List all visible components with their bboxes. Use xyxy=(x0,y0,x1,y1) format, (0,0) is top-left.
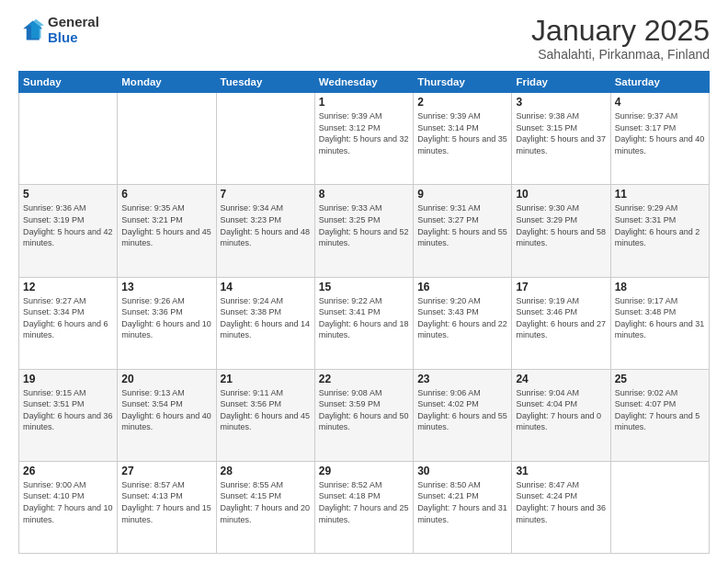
logo-icon xyxy=(18,17,44,43)
calendar-cell-w3-d4: 15Sunrise: 9:22 AM Sunset: 3:41 PM Dayli… xyxy=(314,277,413,369)
day-number: 25 xyxy=(615,373,705,385)
calendar-cell-w2-d5: 9Sunrise: 9:31 AM Sunset: 3:27 PM Daylig… xyxy=(414,185,512,277)
weekday-header-row: Sunday Monday Tuesday Wednesday Thursday… xyxy=(19,72,710,93)
calendar-cell-w3-d1: 12Sunrise: 9:27 AM Sunset: 3:34 PM Dayli… xyxy=(19,277,118,369)
day-number: 2 xyxy=(417,96,507,109)
calendar-title: January 2025 xyxy=(531,15,710,47)
day-info: Sunrise: 8:52 AM Sunset: 4:18 PM Dayligh… xyxy=(319,479,409,525)
day-number: 27 xyxy=(121,465,211,477)
calendar-location: Sahalahti, Pirkanmaa, Finland xyxy=(531,47,710,62)
day-info: Sunrise: 9:37 AM Sunset: 3:17 PM Dayligh… xyxy=(615,110,705,156)
day-info: Sunrise: 9:26 AM Sunset: 3:36 PM Dayligh… xyxy=(121,295,211,341)
day-info: Sunrise: 9:39 AM Sunset: 3:14 PM Dayligh… xyxy=(417,110,507,156)
day-number: 19 xyxy=(23,373,113,385)
day-info: Sunrise: 8:55 AM Sunset: 4:15 PM Dayligh… xyxy=(221,479,311,525)
day-number: 20 xyxy=(121,373,211,385)
day-info: Sunrise: 9:02 AM Sunset: 4:07 PM Dayligh… xyxy=(615,387,705,433)
day-info: Sunrise: 9:19 AM Sunset: 3:46 PM Dayligh… xyxy=(516,295,606,341)
day-info: Sunrise: 8:50 AM Sunset: 4:21 PM Dayligh… xyxy=(417,479,507,525)
logo: General Blue xyxy=(18,15,99,45)
day-number: 29 xyxy=(319,465,409,477)
day-info: Sunrise: 9:33 AM Sunset: 3:25 PM Dayligh… xyxy=(319,202,409,248)
day-info: Sunrise: 9:22 AM Sunset: 3:41 PM Dayligh… xyxy=(319,295,409,341)
day-number: 26 xyxy=(23,465,113,477)
day-info: Sunrise: 9:35 AM Sunset: 3:21 PM Dayligh… xyxy=(121,202,211,248)
calendar-week-5: 26Sunrise: 9:00 AM Sunset: 4:10 PM Dayli… xyxy=(19,461,710,553)
day-info: Sunrise: 9:29 AM Sunset: 3:31 PM Dayligh… xyxy=(615,202,705,248)
calendar-cell-w2-d1: 5Sunrise: 9:36 AM Sunset: 3:19 PM Daylig… xyxy=(19,185,118,277)
day-number: 12 xyxy=(23,281,113,293)
day-number: 21 xyxy=(221,373,311,385)
day-number: 5 xyxy=(23,188,113,201)
header: General Blue January 2025 Sahalahti, Pir… xyxy=(18,15,710,62)
day-info: Sunrise: 9:38 AM Sunset: 3:15 PM Dayligh… xyxy=(516,110,606,156)
calendar-cell-w3-d3: 14Sunrise: 9:24 AM Sunset: 3:38 PM Dayli… xyxy=(216,277,314,369)
day-number: 3 xyxy=(516,96,606,109)
day-info: Sunrise: 9:15 AM Sunset: 3:51 PM Dayligh… xyxy=(23,387,113,433)
calendar-cell-w5-d4: 29Sunrise: 8:52 AM Sunset: 4:18 PM Dayli… xyxy=(314,461,413,553)
calendar-week-2: 5Sunrise: 9:36 AM Sunset: 3:19 PM Daylig… xyxy=(19,185,710,277)
header-saturday: Saturday xyxy=(610,72,709,93)
day-number: 31 xyxy=(516,465,606,477)
day-number: 11 xyxy=(615,188,705,201)
calendar-cell-w4-d3: 21Sunrise: 9:11 AM Sunset: 3:56 PM Dayli… xyxy=(216,369,314,461)
header-friday: Friday xyxy=(512,72,610,93)
calendar-cell-w2-d6: 10Sunrise: 9:30 AM Sunset: 3:29 PM Dayli… xyxy=(512,185,610,277)
calendar-cell-w1-d6: 3Sunrise: 9:38 AM Sunset: 3:15 PM Daylig… xyxy=(512,93,610,185)
day-info: Sunrise: 9:31 AM Sunset: 3:27 PM Dayligh… xyxy=(417,202,507,248)
header-sunday: Sunday xyxy=(19,72,118,93)
day-number: 7 xyxy=(221,188,311,201)
day-info: Sunrise: 9:00 AM Sunset: 4:10 PM Dayligh… xyxy=(23,479,113,525)
day-number: 24 xyxy=(516,373,606,385)
day-info: Sunrise: 9:24 AM Sunset: 3:38 PM Dayligh… xyxy=(221,295,311,341)
calendar-table: Sunday Monday Tuesday Wednesday Thursday… xyxy=(18,71,710,554)
day-info: Sunrise: 8:47 AM Sunset: 4:24 PM Dayligh… xyxy=(516,479,606,525)
calendar-cell-w4-d1: 19Sunrise: 9:15 AM Sunset: 3:51 PM Dayli… xyxy=(19,369,118,461)
day-number: 1 xyxy=(319,96,409,109)
calendar-cell-w4-d5: 23Sunrise: 9:06 AM Sunset: 4:02 PM Dayli… xyxy=(414,369,512,461)
calendar-cell-w3-d7: 18Sunrise: 9:17 AM Sunset: 3:48 PM Dayli… xyxy=(610,277,709,369)
day-info: Sunrise: 9:34 AM Sunset: 3:23 PM Dayligh… xyxy=(221,202,311,248)
calendar-cell-w2-d3: 7Sunrise: 9:34 AM Sunset: 3:23 PM Daylig… xyxy=(216,185,314,277)
calendar-cell-w1-d1 xyxy=(19,93,118,185)
calendar-cell-w4-d4: 22Sunrise: 9:08 AM Sunset: 3:59 PM Dayli… xyxy=(314,369,413,461)
day-info: Sunrise: 9:08 AM Sunset: 3:59 PM Dayligh… xyxy=(319,387,409,433)
day-number: 18 xyxy=(615,281,705,293)
calendar-week-3: 12Sunrise: 9:27 AM Sunset: 3:34 PM Dayli… xyxy=(19,277,710,369)
header-thursday: Thursday xyxy=(414,72,512,93)
header-tuesday: Tuesday xyxy=(216,72,314,93)
calendar-cell-w5-d3: 28Sunrise: 8:55 AM Sunset: 4:15 PM Dayli… xyxy=(216,461,314,553)
day-info: Sunrise: 9:39 AM Sunset: 3:12 PM Dayligh… xyxy=(319,110,409,156)
title-block: January 2025 Sahalahti, Pirkanmaa, Finla… xyxy=(531,15,710,62)
day-info: Sunrise: 9:11 AM Sunset: 3:56 PM Dayligh… xyxy=(221,387,311,433)
day-info: Sunrise: 9:13 AM Sunset: 3:54 PM Dayligh… xyxy=(121,387,211,433)
day-info: Sunrise: 9:06 AM Sunset: 4:02 PM Dayligh… xyxy=(417,387,507,433)
day-number: 15 xyxy=(319,281,409,293)
calendar-cell-w4-d6: 24Sunrise: 9:04 AM Sunset: 4:04 PM Dayli… xyxy=(512,369,610,461)
calendar-cell-w3-d6: 17Sunrise: 9:19 AM Sunset: 3:46 PM Dayli… xyxy=(512,277,610,369)
calendar-cell-w4-d7: 25Sunrise: 9:02 AM Sunset: 4:07 PM Dayli… xyxy=(610,369,709,461)
calendar-cell-w4-d2: 20Sunrise: 9:13 AM Sunset: 3:54 PM Dayli… xyxy=(118,369,216,461)
calendar-cell-w3-d2: 13Sunrise: 9:26 AM Sunset: 3:36 PM Dayli… xyxy=(118,277,216,369)
day-number: 14 xyxy=(221,281,311,293)
header-monday: Monday xyxy=(118,72,216,93)
calendar-cell-w5-d2: 27Sunrise: 8:57 AM Sunset: 4:13 PM Dayli… xyxy=(118,461,216,553)
day-info: Sunrise: 9:30 AM Sunset: 3:29 PM Dayligh… xyxy=(516,202,606,248)
day-number: 6 xyxy=(121,188,211,201)
header-wednesday: Wednesday xyxy=(314,72,413,93)
day-info: Sunrise: 9:17 AM Sunset: 3:48 PM Dayligh… xyxy=(615,295,705,341)
page: General Blue January 2025 Sahalahti, Pir… xyxy=(0,0,728,563)
day-number: 23 xyxy=(417,373,507,385)
calendar-cell-w1-d7: 4Sunrise: 9:37 AM Sunset: 3:17 PM Daylig… xyxy=(610,93,709,185)
logo-blue-text: Blue xyxy=(48,30,99,46)
logo-general-text: General xyxy=(48,15,99,30)
day-number: 22 xyxy=(319,373,409,385)
calendar-cell-w5-d5: 30Sunrise: 8:50 AM Sunset: 4:21 PM Dayli… xyxy=(414,461,512,553)
calendar-cell-w1-d5: 2Sunrise: 9:39 AM Sunset: 3:14 PM Daylig… xyxy=(414,93,512,185)
calendar-cell-w2-d7: 11Sunrise: 9:29 AM Sunset: 3:31 PM Dayli… xyxy=(610,185,709,277)
day-number: 10 xyxy=(516,188,606,201)
calendar-cell-w3-d5: 16Sunrise: 9:20 AM Sunset: 3:43 PM Dayli… xyxy=(414,277,512,369)
day-number: 17 xyxy=(516,281,606,293)
logo-text: General Blue xyxy=(48,15,99,45)
day-info: Sunrise: 9:36 AM Sunset: 3:19 PM Dayligh… xyxy=(23,202,113,248)
